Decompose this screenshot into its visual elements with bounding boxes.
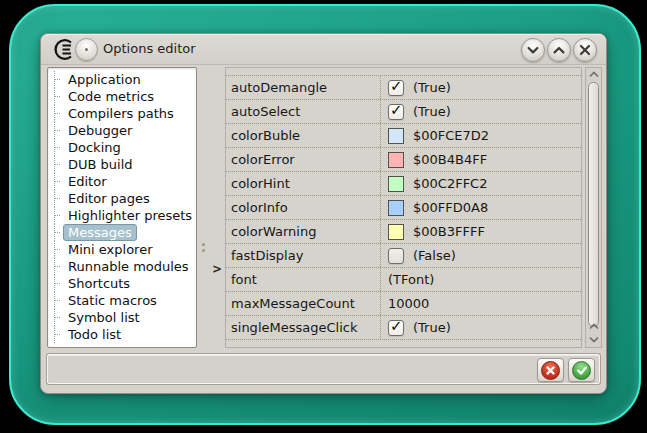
sidebar-item-label: Mini explorer	[63, 241, 158, 258]
sidebar-item-label: DUB build	[63, 156, 138, 173]
window-title: Options editor	[103, 34, 196, 63]
property-row-colorError[interactable]: colorError $00B4B4FF	[226, 148, 581, 172]
tree-branch-icon	[50, 190, 63, 207]
tree-branch-icon	[50, 241, 63, 258]
property-row-singleMessageClick[interactable]: singleMessageClick (True)	[226, 316, 581, 340]
sidebar-item-static-macros[interactable]: Static macros	[48, 292, 196, 309]
property-row-colorHint[interactable]: colorHint $00C2FFC2	[226, 172, 581, 196]
color-swatch[interactable]	[388, 152, 404, 168]
property-value-cell: $00B3FFFF	[381, 220, 581, 243]
accept-button[interactable]	[568, 358, 595, 382]
property-grid[interactable]: autoDemangle (True) autoSelect (True) co…	[225, 67, 582, 348]
property-value: (True)	[413, 80, 451, 95]
sidebar-item-mini-explorer[interactable]: Mini explorer	[48, 241, 196, 258]
property-name: autoDemangle	[226, 76, 381, 99]
property-name: maxMessageCount	[226, 292, 381, 315]
color-swatch[interactable]	[388, 200, 404, 216]
close-button[interactable]	[573, 38, 597, 62]
tree-branch-icon	[50, 139, 63, 156]
cancel-button[interactable]	[537, 358, 564, 382]
sidebar-item-highlighter-presets[interactable]: Highlighter presets	[48, 207, 196, 224]
sidebar-item-todo-list[interactable]: Todo list	[48, 326, 196, 343]
sidebar-item-compilers-paths[interactable]: Compilers paths	[48, 105, 196, 122]
sidebar-item-label: Compilers paths	[63, 105, 179, 122]
property-row-autoSelect[interactable]: autoSelect (True)	[226, 100, 581, 124]
sidebar-item-label: Editor	[63, 173, 111, 190]
property-row-autoDemangle[interactable]: autoDemangle (True)	[226, 76, 581, 100]
property-name: singleMessageClick	[226, 316, 381, 339]
sidebar-item-label: Debugger	[63, 122, 137, 139]
x-circle-icon	[541, 361, 560, 380]
sidebar-item-dub-build[interactable]: DUB build	[48, 156, 196, 173]
property-name: colorWarning	[226, 220, 381, 243]
property-name: colorError	[226, 148, 381, 171]
property-row-fastDisplay[interactable]: fastDisplay (False)	[226, 244, 581, 268]
sidebar-item-editor-pages[interactable]: Editor pages	[48, 190, 196, 207]
property-value-cell: (TFont)	[381, 268, 581, 291]
tree-branch-icon	[50, 71, 63, 88]
chevron-up-icon	[588, 70, 600, 79]
property-name: colorInfo	[226, 196, 381, 219]
property-value-cell: $00C2FFC2	[381, 172, 581, 195]
maximize-button[interactable]	[547, 38, 571, 62]
splitter[interactable]: >	[197, 67, 225, 348]
sidebar-item-label: Application	[63, 71, 146, 88]
sidebar-item-code-metrics[interactable]: Code metrics	[48, 88, 196, 105]
tree-branch-icon	[50, 122, 63, 139]
property-row-maxMessageCount[interactable]: maxMessageCount 10000	[226, 292, 581, 316]
property-row-font[interactable]: font (TFont)	[226, 268, 581, 292]
selected-row-marker: >	[212, 262, 222, 276]
property-value-cell: $00FCE7D2	[381, 124, 581, 147]
tree-branch-icon	[50, 292, 63, 309]
color-swatch[interactable]	[388, 128, 404, 144]
sidebar-item-editor[interactable]: Editor	[48, 173, 196, 190]
property-value-cell: $00FFD0A8	[381, 196, 581, 219]
scrollbar-thumb[interactable]	[588, 82, 599, 327]
checkbox[interactable]	[388, 320, 404, 336]
sidebar-item-label: Todo list	[63, 326, 126, 343]
grid-scrollbar[interactable]	[585, 67, 602, 348]
sidebar-item-label: Runnable modules	[63, 258, 194, 275]
property-row-colorBuble[interactable]: colorBuble $00FCE7D2	[226, 124, 581, 148]
property-name: colorBuble	[226, 124, 381, 147]
sidebar-item-label: Static macros	[63, 292, 162, 309]
property-rows: autoDemangle (True) autoSelect (True) co…	[226, 75, 581, 340]
sidebar-item-messages[interactable]: Messages	[48, 224, 196, 241]
tree-branch-icon	[50, 275, 63, 292]
tree-branch-icon	[50, 173, 63, 190]
property-name: colorHint	[226, 172, 381, 195]
tree-branch-icon	[50, 309, 63, 326]
sidebar-item-symbol-list[interactable]: Symbol list	[48, 309, 196, 326]
color-swatch[interactable]	[388, 224, 404, 240]
options-editor-window: Options editor Application Code metrics …	[40, 33, 607, 394]
check-circle-icon	[572, 361, 591, 380]
property-row-colorInfo[interactable]: colorInfo $00FFD0A8	[226, 196, 581, 220]
property-value: $00B4B4FF	[413, 152, 487, 167]
window-menu-button[interactable]	[75, 38, 98, 61]
sidebar-item-runnable-modules[interactable]: Runnable modules	[48, 258, 196, 275]
scroll-down-button[interactable]	[586, 333, 601, 346]
checkbox[interactable]	[388, 80, 404, 96]
property-value: $00FFD0A8	[413, 200, 488, 215]
sidebar-item-docking[interactable]: Docking	[48, 139, 196, 156]
property-value: (False)	[413, 248, 456, 263]
checkbox[interactable]	[388, 248, 404, 264]
titlebar[interactable]: Options editor	[41, 34, 606, 65]
color-swatch[interactable]	[388, 176, 404, 192]
scroll-up-button-2[interactable]	[586, 320, 601, 333]
minimize-button[interactable]	[521, 38, 545, 62]
sidebar-item-label: Editor pages	[63, 190, 155, 207]
footer-bar	[47, 354, 600, 384]
property-row-colorWarning[interactable]: colorWarning $00B3FFFF	[226, 220, 581, 244]
category-list[interactable]: Application Code metrics Compilers paths…	[47, 67, 197, 348]
sidebar-item-application[interactable]: Application	[48, 71, 196, 88]
scroll-up-button[interactable]	[586, 68, 601, 81]
sidebar-item-shortcuts[interactable]: Shortcuts	[48, 275, 196, 292]
property-value: 10000	[388, 296, 429, 311]
property-name: autoSelect	[226, 100, 381, 123]
sidebar-item-label: Code metrics	[63, 88, 159, 105]
sidebar-item-debugger[interactable]: Debugger	[48, 122, 196, 139]
checkbox[interactable]	[388, 104, 404, 120]
close-icon	[574, 39, 596, 61]
sidebar-item-label: Docking	[63, 139, 126, 156]
